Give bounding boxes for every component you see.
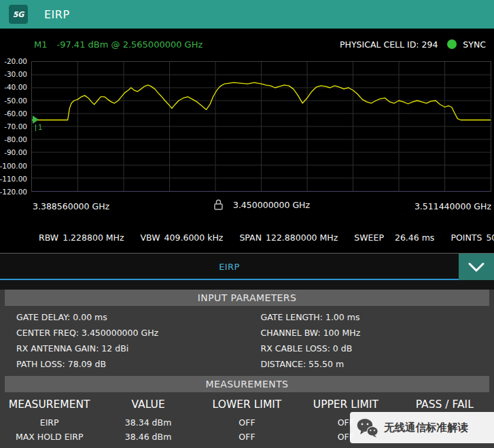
measurements-column-header: VALUE	[99, 394, 197, 415]
input-parameters-grid: GATE DELAY: 0.00 msCENTER FREQ: 3.450000…	[0, 306, 494, 376]
spectrum-chart: -20.00-30.00-40.00-50.00-60.00-70.00-80.…	[0, 61, 494, 192]
points-readout: POINTS 501	[451, 232, 494, 243]
marker-number: 1	[35, 124, 42, 131]
measurements-column-header: LOWER LIMIT	[198, 394, 296, 415]
marker-label: M1	[34, 39, 48, 50]
lock-icon[interactable]	[213, 199, 224, 211]
span-label: SPAN	[239, 232, 262, 243]
watermark-text: 无线通信标准解读	[384, 421, 468, 435]
span-value: 122.880000 MHz	[266, 232, 338, 243]
vbw-readout: VBW 409.6000 kHz	[141, 232, 224, 243]
chevron-down-icon	[467, 262, 485, 273]
watermark: 无线通信标准解读	[350, 412, 494, 443]
freq-center-label: 3.450000000 GHz	[233, 200, 310, 210]
input-parameter: RX ANTENNA GAIN: 12 dBi	[16, 341, 247, 356]
points-value: 501	[486, 232, 494, 243]
sweep-readout: SWEEP 26.46 ms	[354, 232, 434, 243]
plot-area[interactable]: 1	[31, 61, 491, 192]
y-axis-tick: -20.00	[4, 57, 27, 65]
app-titlebar: 5G EIRP	[0, 0, 494, 29]
freq-stop-label: 3.511440000 GHz	[414, 201, 491, 211]
measurement-cell: OFF	[198, 430, 296, 444]
points-label: POINTS	[451, 232, 482, 243]
input-parameters-left-column: GATE DELAY: 0.00 msCENTER FREQ: 3.450000…	[0, 309, 247, 372]
y-axis-tick: -110.00	[0, 175, 27, 183]
sweep-status-bar: RBW 1.228800 MHz VBW 409.6000 kHz SPAN 1…	[0, 228, 494, 246]
marker-arrow-icon	[33, 116, 39, 124]
y-axis-tick: -40.00	[4, 83, 27, 91]
rbw-label: RBW	[39, 232, 58, 243]
measurement-cell: 38.34 dBm	[99, 415, 197, 430]
vbw-label: VBW	[141, 232, 160, 243]
y-axis-tick: -90.00	[4, 148, 27, 156]
y-axis-tick: -30.00	[4, 70, 27, 78]
marker-value: -97.41 dBm @ 2.565000000 GHz	[57, 39, 203, 50]
measurements-column-header: MEASUREMENT	[0, 394, 99, 415]
vbw-value: 409.6000 kHz	[164, 232, 224, 243]
y-axis-tick: -60.00	[4, 109, 27, 118]
measurement-tab-bar: EIRP	[0, 253, 494, 280]
input-parameters-right-column: GATE LENGTH: 1.00 msCHANNEL BW: 100 MHzR…	[247, 309, 494, 372]
y-axis-tick: -70.00	[4, 122, 27, 131]
measurement-cell: MAX HOLD EIRP	[0, 430, 99, 444]
marker-1-handle[interactable]: 1	[33, 116, 42, 131]
measurement-cell: 38.46 dBm	[99, 430, 197, 444]
input-parameter: GATE DELAY: 0.00 ms	[16, 309, 247, 325]
input-parameter: GATE LENGTH: 1.00 ms	[261, 309, 494, 325]
page-title: EIRP	[44, 8, 70, 21]
panel-gap	[0, 280, 494, 290]
freq-start-label: 3.388560000 GHz	[33, 201, 109, 211]
span-readout: SPAN 122.880000 MHz	[239, 232, 338, 243]
app-logo-5g-icon: 5G	[9, 5, 28, 24]
measurement-cell: OFF	[198, 415, 296, 430]
sync-label: SYNC	[463, 39, 486, 50]
measurement-cell: EIRP	[0, 415, 99, 430]
rbw-value: 1.228800 MHz	[63, 232, 124, 243]
input-parameter: DISTANCE: 55.50 m	[261, 356, 494, 372]
y-axis-tick: -120.00	[0, 188, 27, 196]
marker-readout-bar: M1 -97.41 dBm @ 2.565000000 GHz PHYSICAL…	[0, 29, 494, 60]
cell-status-group: PHYSICAL CELL ID: 294 SYNC	[340, 39, 486, 50]
input-parameter: CHANNEL BW: 100 MHz	[261, 325, 494, 341]
input-parameter: RX CABLE LOSS: 0 dB	[261, 341, 494, 356]
input-parameter: PATH LOSS: 78.09 dB	[16, 356, 247, 372]
y-axis-tick: -100.00	[0, 162, 27, 170]
trace-canvas	[32, 62, 491, 191]
sweep-label: SWEEP	[354, 232, 384, 243]
wechat-icon	[357, 418, 378, 438]
frequency-axis-row: 3.388560000 GHz 3.450000000 GHz 3.511440…	[31, 196, 491, 216]
y-axis-tick: -50.00	[4, 97, 27, 105]
input-parameter: CENTER FREQ: 3.450000000 GHz	[16, 325, 247, 341]
section-header-measurements: MEASUREMENTS	[5, 376, 489, 392]
y-axis-tick: -80.00	[4, 135, 27, 143]
y-axis: -20.00-30.00-40.00-50.00-60.00-70.00-80.…	[0, 61, 30, 192]
tab-eirp[interactable]: EIRP	[0, 254, 459, 280]
physical-cell-id: PHYSICAL CELL ID: 294	[340, 39, 438, 50]
rbw-readout: RBW 1.228800 MHz	[39, 232, 124, 243]
freq-center-group: 3.450000000 GHz	[213, 199, 310, 211]
sweep-value: 26.46 ms	[395, 232, 434, 243]
section-header-input-parameters: INPUT PARAMETERS	[5, 290, 489, 306]
sync-indicator-icon	[447, 39, 457, 49]
tab-dropdown-button[interactable]	[459, 254, 494, 281]
